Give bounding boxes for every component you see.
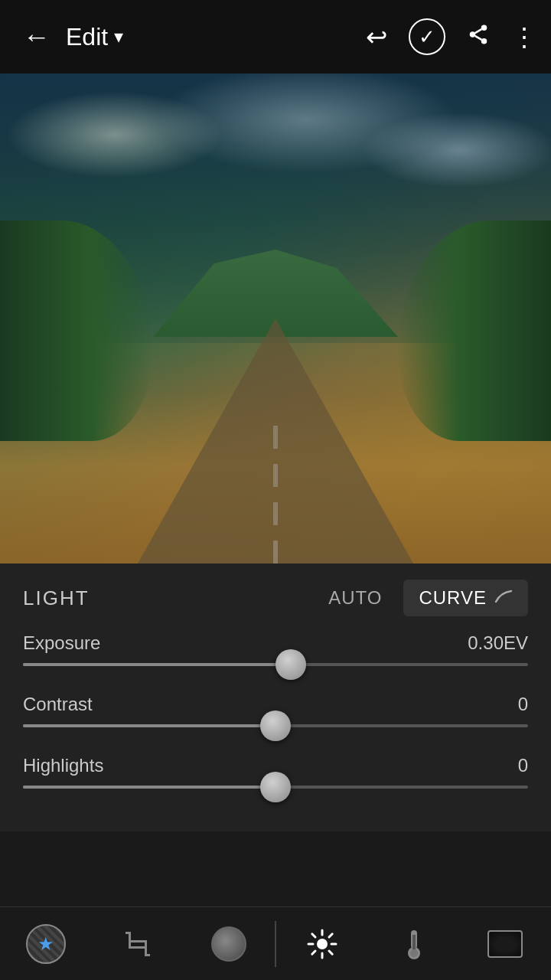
crop-icon — [121, 927, 155, 961]
bottom-toolbar: ★ — [0, 906, 551, 980]
svg-line-3 — [475, 35, 482, 39]
svg-rect-22 — [412, 935, 416, 950]
exposure-value: 0.30EV — [468, 632, 528, 654]
photo-preview — [0, 74, 551, 564]
exposure-label: Exposure — [23, 632, 100, 654]
app-header: ← Edit ▾ ↩ ✓ ⋮ — [0, 0, 551, 74]
contrast-track[interactable] — [23, 724, 528, 727]
back-button[interactable]: ← — [15, 21, 58, 53]
mountain-decor — [122, 245, 429, 337]
light-mode-label: LIGHT — [23, 586, 307, 610]
header-actions: ↩ ✓ ⋮ — [366, 18, 536, 55]
photo-canvas — [0, 74, 551, 564]
toolbar-item-crop[interactable] — [92, 907, 184, 980]
svg-point-1 — [470, 31, 476, 38]
thermometer-icon — [400, 927, 428, 961]
filter-icon — [211, 926, 246, 962]
svg-point-11 — [317, 939, 328, 949]
filter-icon-container — [207, 923, 250, 965]
vignette-icon — [487, 930, 523, 958]
light-sun-icon — [305, 927, 339, 961]
toolbar-item-vignette[interactable] — [459, 907, 551, 980]
auto-button[interactable]: AUTO — [307, 580, 403, 616]
presets-icon: ★ — [26, 924, 66, 964]
svg-rect-10 — [145, 954, 150, 956]
edit-dropdown-arrow[interactable]: ▾ — [114, 26, 123, 47]
share-button[interactable] — [467, 23, 490, 51]
svg-line-16 — [312, 933, 315, 936]
exposure-header: Exposure 0.30EV — [23, 632, 528, 654]
curve-button[interactable]: CURVE — [403, 580, 528, 616]
header-title: Edit ▾ — [66, 23, 358, 51]
contrast-fill — [23, 724, 276, 727]
svg-rect-7 — [145, 940, 147, 956]
curve-icon — [494, 588, 513, 608]
contrast-thumb[interactable] — [260, 710, 291, 741]
tree-left-decor — [0, 220, 153, 441]
more-options-button[interactable]: ⋮ — [511, 21, 536, 52]
tree-right-decor — [398, 220, 551, 441]
highlights-thumb[interactable] — [260, 772, 291, 802]
toolbar-item-presets[interactable]: ★ — [0, 907, 92, 980]
svg-line-18 — [329, 933, 332, 936]
exposure-thumb[interactable] — [276, 649, 306, 680]
undo-button[interactable]: ↩ — [366, 21, 387, 52]
svg-line-17 — [329, 951, 332, 954]
toolbar-item-temperature[interactable] — [368, 907, 460, 980]
temperature-icon-container — [393, 923, 435, 965]
exposure-track[interactable] — [23, 663, 528, 666]
contrast-label: Contrast — [23, 694, 93, 715]
presets-icon-container: ★ — [24, 923, 67, 965]
highlights-slider-group: Highlights 0 — [23, 755, 528, 789]
svg-line-4 — [475, 29, 482, 33]
svg-rect-6 — [129, 946, 145, 949]
road-line-decor — [273, 410, 278, 564]
controls-panel: LIGHT AUTO CURVE Exposure 0.30EV Contras… — [0, 564, 551, 831]
confirm-button[interactable]: ✓ — [409, 18, 445, 55]
svg-rect-9 — [126, 932, 131, 934]
light-icon-container — [301, 923, 344, 965]
crop-icon-container — [116, 923, 159, 965]
toolbar-item-light[interactable] — [276, 907, 368, 980]
toolbar-item-filter[interactable] — [183, 907, 275, 980]
svg-point-23 — [410, 949, 418, 957]
highlights-fill — [23, 786, 276, 789]
exposure-fill — [23, 663, 291, 666]
contrast-value: 0 — [518, 694, 528, 715]
highlights-value: 0 — [518, 755, 528, 776]
contrast-slider-group: Contrast 0 — [23, 694, 528, 727]
svg-rect-8 — [130, 940, 147, 942]
star-icon: ★ — [37, 933, 54, 955]
svg-point-2 — [481, 38, 487, 44]
svg-line-19 — [312, 951, 315, 954]
svg-point-0 — [481, 24, 487, 31]
highlights-track[interactable] — [23, 786, 528, 789]
highlights-label: Highlights — [23, 755, 103, 776]
mode-row: LIGHT AUTO CURVE — [23, 564, 528, 632]
vignette-icon-container — [484, 923, 527, 965]
exposure-slider-group: Exposure 0.30EV — [23, 632, 528, 666]
